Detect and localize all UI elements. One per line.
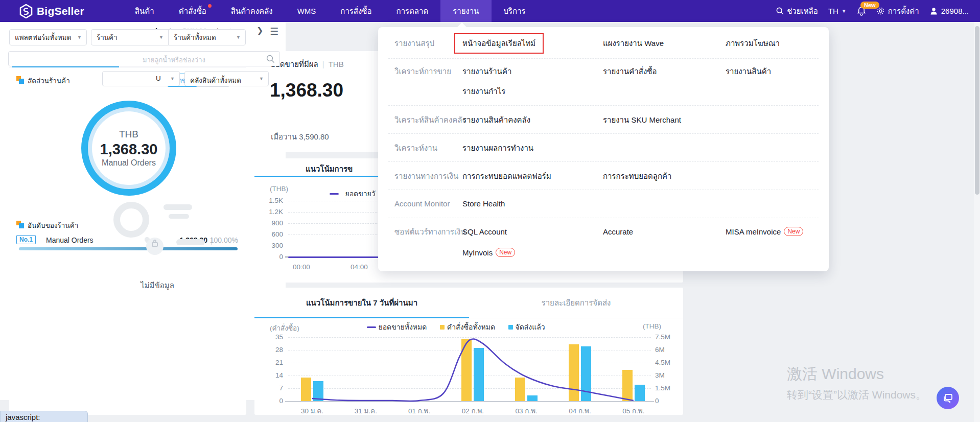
windows-activation-watermark: 激活 Windows 转到“设置”以激活 Windows。 (787, 364, 926, 402)
notifications-button[interactable]: New (857, 6, 866, 16)
help-label: ช่วยเหลือ (787, 5, 818, 17)
yesterday-value: เมื่อวาน 3,590.80 (271, 131, 329, 143)
chat-icon (942, 392, 953, 404)
watermark-line1: 激活 Windows (787, 364, 926, 385)
new-badge: New (496, 248, 515, 257)
search-icon (776, 7, 784, 15)
watermark-line2: 转到“设置”以激活 Windows。 (787, 388, 926, 402)
nav-item-label: บริการ (504, 5, 526, 17)
x-tick-label: 00:00 (284, 263, 319, 271)
nav-item-1[interactable]: สินค้า (123, 0, 167, 22)
menu-separator (388, 218, 819, 218)
rank-store-name: Manual Orders (46, 236, 94, 244)
nav-item-2[interactable]: คำสั่งซื้อ (167, 0, 219, 22)
reports-dropdown-menu: รายงานสรุปหน้าจอข้อมูลเรียลไทม์แผงรายงาน… (378, 27, 829, 271)
sales-card-title: ยอดขายที่มีผล|THB (271, 58, 344, 71)
y-tick-label: 300 (261, 242, 283, 249)
menu-item[interactable]: แผงรายงาน Wave (603, 37, 664, 50)
donut-currency: THB (119, 129, 138, 140)
nav-item-3[interactable]: สินค้าคงคลัง (219, 0, 285, 22)
new-badge: New (784, 227, 803, 236)
menu-item[interactable]: Store Health (462, 198, 505, 210)
dropdown-arrow (457, 22, 467, 33)
nav-item-6[interactable]: การตลาด (384, 0, 441, 22)
menu-separator (388, 161, 819, 162)
rank-progress-bar (19, 247, 238, 250)
store-filter-select[interactable]: ร้านค้าทั้งหมด ▼ (168, 29, 246, 45)
help-button[interactable]: ช่วยเหลือ (776, 5, 818, 17)
menu-item[interactable]: การกระทบยอดแพลตฟอร์ม (462, 170, 551, 182)
line-legend-chip (330, 193, 339, 195)
list-icon[interactable]: ☰ (270, 26, 278, 37)
chat-button[interactable] (937, 387, 959, 409)
menu-item[interactable]: MyInvoisNew (462, 247, 515, 259)
menu-item[interactable]: รายงานกำไร (462, 85, 505, 98)
nav-item-label: การตลาด (396, 5, 429, 17)
chart-icon (16, 76, 25, 84)
menu-separator (388, 133, 819, 134)
scrollbar[interactable] (974, 22, 980, 422)
chevron-right-icon[interactable]: ❯ (256, 26, 263, 35)
warehouse-select-value: คลังสินค้าทั้งหมด (190, 75, 241, 86)
nav-item-7[interactable]: รายงาน (440, 0, 491, 22)
brand-logo[interactable]: BigSeller (19, 4, 84, 18)
search-input[interactable]: มายลูกน้ำหรือช่องว่าง (8, 51, 280, 66)
menu-item[interactable]: รายงานผลการทำงาน (462, 142, 533, 154)
nav-item-5[interactable]: การสั่งซื้อ (328, 0, 384, 22)
nav-item-label: สินค้า (135, 5, 154, 17)
menu-item[interactable]: รายงานร้านค้า (462, 65, 511, 78)
search-icon[interactable] (266, 55, 275, 63)
sales-value: 1,368.30 (270, 80, 343, 101)
menu-section-label: วิเคราะห์การขาย (394, 65, 451, 78)
bigseller-dashboard: BigSeller สินค้าคำสั่งซื้อสินค้าคงคลังWM… (0, 0, 980, 422)
sales-line-path (312, 339, 634, 401)
menu-item[interactable]: ภาพรวมโฆษณา (726, 37, 780, 50)
nav-item-4[interactable]: WMS (285, 0, 329, 22)
chevron-down-icon: ▼ (236, 35, 241, 40)
nav-item-8[interactable]: บริการ (492, 0, 538, 22)
menu-item[interactable]: รายงานสินค้าคงคลัง (462, 114, 530, 126)
menu-item[interactable]: MISA meInvoiceNew (726, 226, 803, 238)
trend-legend[interactable]: ยอดขายวั (330, 188, 376, 199)
donut-center: THB 1,368.30 Manual Orders (92, 111, 166, 185)
sku-select[interactable]: U ▼ (102, 71, 180, 86)
bigseller-logo-icon (19, 4, 33, 18)
y-tick-label: 0 (261, 253, 283, 261)
menu-item[interactable]: หน้าจอข้อมูลเรียลไทม์ (454, 33, 544, 54)
store-type-select[interactable]: ร้านค้า ▼ (91, 29, 169, 45)
platform-filter-select[interactable]: แพลตฟอร์มทั้งหมด ▼ (9, 29, 87, 45)
menu-section-label: ซอฟต์แวร์ทางการเงิน (394, 226, 466, 238)
menu-item[interactable]: รายงาน SKU Merchant (603, 114, 681, 126)
menu-item[interactable]: Accurate (603, 226, 633, 238)
scrollbar-thumb[interactable] (975, 26, 979, 195)
menu-separator (388, 105, 819, 106)
nav-menu: สินค้าคำสั่งซื้อสินค้าคงคลังWMSการสั่งซื… (123, 0, 538, 22)
store-filter-value: ร้านค้าทั้งหมด (174, 32, 216, 43)
new-badge: New (860, 2, 879, 9)
week-trend-card: แนวโน้มการขายใน 7 วันที่ผ่านมา รายละเอีย… (254, 288, 683, 415)
language-switcher[interactable]: TH ▼ (828, 7, 847, 15)
menu-section-label: วิเคราะห์งาน (394, 142, 437, 154)
user-account[interactable]: 26908... (929, 7, 969, 15)
menu-separator (388, 190, 819, 190)
store-type-value: ร้านค้า (97, 32, 118, 43)
menu-section-label: รายงานทางการเงิน (394, 170, 458, 182)
tab-today-trend[interactable]: แนวโน้มการข (306, 163, 353, 175)
rank-badge: No.1 (16, 235, 36, 244)
settings-label: การตั้งค่า (888, 5, 919, 17)
menu-item[interactable]: รายงานสินค้า (726, 65, 771, 78)
settings-button[interactable]: การตั้งค่า (876, 5, 919, 17)
warehouse-select[interactable]: คลังสินค้าทั้งหมด ▼ (184, 71, 269, 86)
status-bar-link-preview: javascript: (0, 411, 88, 422)
y-tick-label: 1.5K (261, 197, 283, 204)
rank-list-title: อันดับของร้านค้า (28, 220, 78, 231)
menu-item[interactable]: รายงานคำสั่งซื้อ (603, 65, 657, 78)
y-axis-unit: (THB) (270, 185, 288, 193)
menu-item[interactable]: การกระทบยอดลูกค้า (603, 170, 671, 182)
store-share-donut-chart: THB 1,368.30 Manual Orders (81, 101, 176, 196)
menu-item[interactable]: SQL Account (462, 226, 507, 238)
x-tick-label: 04:00 (341, 263, 377, 271)
chart-icon (16, 221, 25, 229)
donut-label: Manual Orders (102, 158, 156, 168)
nav-right-cluster: ช่วยเหลือ TH ▼ New การตั้งค่า 26908... (776, 0, 969, 22)
